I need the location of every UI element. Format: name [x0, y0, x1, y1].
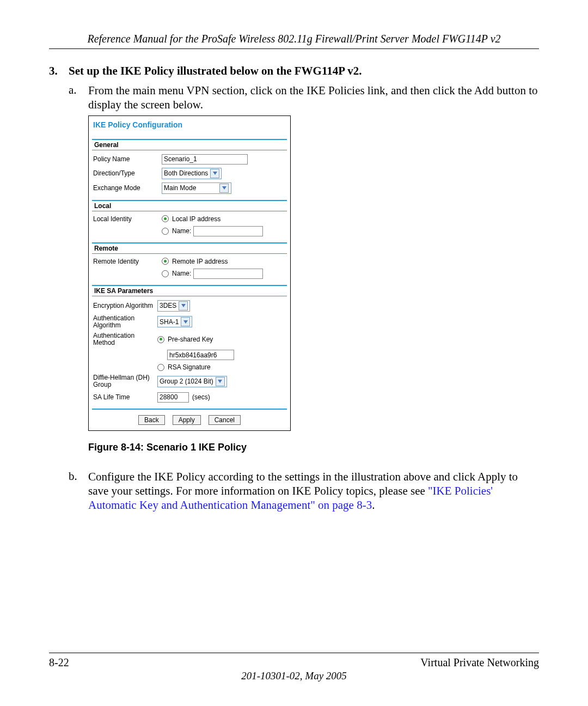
doc-id: 201-10301-02, May 2005	[49, 670, 539, 682]
local-identity-label: Local Identity	[92, 215, 162, 223]
encryption-algo-label: Encryption Algorithm	[92, 302, 157, 309]
ike-config-screenshot: IKE Policy Configuration General Policy …	[88, 115, 291, 431]
remote-name-radio[interactable]	[162, 270, 169, 277]
chevron-down-icon	[216, 377, 225, 386]
encryption-algo-select[interactable]: 3DES	[157, 300, 190, 312]
rsa-label: RSA Signature	[168, 363, 211, 371]
step-heading: Set up the IKE Policy illustrated below …	[69, 64, 362, 78]
direction-type-value: Both Directions	[164, 169, 208, 177]
substep-a-letter: a.	[69, 83, 81, 112]
rsa-radio[interactable]	[157, 364, 164, 371]
direction-type-label: Direction/Type	[92, 169, 162, 177]
step-number: 3.	[49, 64, 61, 78]
exchange-mode-label: Exchange Mode	[92, 184, 162, 192]
direction-type-select[interactable]: Both Directions	[162, 168, 222, 179]
auth-algo-label: Authentication Algorithm	[92, 315, 157, 329]
auth-algo-select[interactable]: SHA-1	[157, 316, 192, 327]
psk-radio[interactable]	[157, 336, 164, 343]
policy-name-label: Policy Name	[92, 155, 162, 163]
chevron-down-icon	[179, 301, 188, 311]
divider	[49, 48, 539, 49]
exchange-mode-value: Main Mode	[164, 184, 217, 192]
policy-name-input[interactable]	[162, 154, 248, 165]
chevron-down-icon	[210, 169, 219, 178]
sa-life-label: SA Life Time	[92, 393, 157, 401]
local-name-label: Name:	[172, 227, 191, 235]
figure-caption: Figure 8-14: Scenario 1 IKE Policy	[88, 442, 539, 453]
chevron-down-icon	[181, 317, 190, 326]
auth-algo-value: SHA-1	[160, 318, 179, 326]
page-header-title: Reference Manual for the ProSafe Wireles…	[49, 33, 539, 45]
section-remote: Remote	[92, 242, 287, 254]
cancel-button[interactable]: Cancel	[209, 415, 241, 425]
section-local: Local	[92, 200, 287, 211]
substep-a-text: From the main menu VPN section, click on…	[88, 83, 539, 112]
remote-ip-radio[interactable]	[162, 258, 169, 265]
remote-name-input[interactable]	[193, 269, 263, 279]
local-name-input[interactable]	[193, 226, 263, 236]
remote-ip-option: Remote IP address	[172, 258, 228, 265]
local-name-radio[interactable]	[162, 228, 169, 235]
substep-b-text: Configure the IKE Policy according to th…	[88, 470, 539, 513]
dh-group-value: Group 2 (1024 Bit)	[160, 378, 213, 385]
section-ike-sa: IKE SA Parameters	[92, 285, 287, 296]
local-ip-radio[interactable]	[162, 215, 169, 222]
psk-label: Pre-shared Key	[168, 336, 213, 343]
section-title: Virtual Private Networking	[420, 656, 539, 669]
chevron-down-icon	[219, 184, 229, 193]
dh-group-label: Diffie-Hellman (DH) Group	[92, 374, 157, 388]
local-ip-option: Local IP address	[172, 215, 220, 223]
auth-method-label: Authentication Method	[92, 332, 157, 346]
psk-input[interactable]	[167, 350, 234, 360]
section-general: General	[92, 139, 287, 150]
substep-b-post: .	[372, 498, 375, 512]
back-button[interactable]: Back	[138, 415, 165, 425]
panel-title: IKE Policy Configuration	[89, 116, 290, 139]
sa-life-input[interactable]	[157, 392, 189, 403]
substep-b-letter: b.	[69, 470, 81, 513]
remote-name-label: Name:	[172, 270, 191, 277]
encryption-algo-value: 3DES	[160, 302, 176, 309]
apply-button[interactable]: Apply	[173, 415, 201, 425]
remote-identity-label: Remote Identity	[92, 258, 162, 265]
footer-divider	[49, 653, 539, 653]
page-number: 8-22	[49, 656, 69, 669]
dh-group-select[interactable]: Group 2 (1024 Bit)	[157, 376, 227, 387]
sa-life-units: (secs)	[192, 393, 210, 401]
exchange-mode-select[interactable]: Main Mode	[162, 182, 231, 194]
